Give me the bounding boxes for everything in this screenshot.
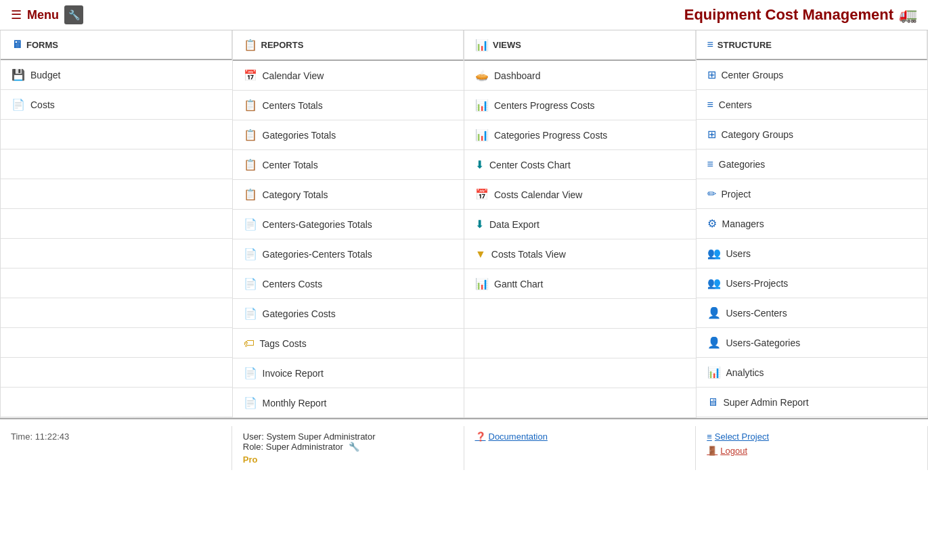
center-groups-icon: ⊞ bbox=[707, 68, 716, 81]
analytics-icon: 📊 bbox=[707, 366, 721, 379]
nav-gategories-centers-totals[interactable]: 📄 Gategories-Centers Totals bbox=[233, 239, 464, 269]
empty-row bbox=[1, 149, 232, 179]
nav-category-groups[interactable]: ⊞ Category Groups bbox=[697, 120, 928, 149]
nav-tags-costs[interactable]: 🏷 Tags Costs bbox=[233, 329, 464, 358]
forms-column-header: 🖥 FORMS bbox=[1, 30, 232, 60]
users-centers-icon: 👤 bbox=[707, 306, 721, 319]
nav-project[interactable]: ✏ Project bbox=[697, 179, 928, 209]
costs-label: Costs bbox=[30, 99, 55, 110]
empty-row bbox=[1, 388, 232, 417]
empty-row bbox=[1, 209, 232, 239]
centers-icon: ≡ bbox=[707, 99, 713, 111]
users-projects-icon: 👥 bbox=[707, 277, 721, 289]
footer: Time: 11:22:43 User: System Super Admini… bbox=[0, 418, 928, 477]
tags-costs-icon: 🏷 bbox=[244, 337, 255, 350]
empty-row bbox=[464, 299, 696, 329]
nav-category-totals[interactable]: 📋 Category Totals bbox=[233, 180, 464, 210]
app-title: Equipment Cost Management 🚛 bbox=[684, 6, 917, 24]
select-project-link[interactable]: ≡ Select Project bbox=[707, 431, 916, 442]
views-header-icon: 📊 bbox=[475, 39, 489, 51]
empty-row bbox=[1, 269, 232, 298]
nav-categories-progress-costs[interactable]: 📊 Categories Progress Costs bbox=[464, 120, 696, 150]
reports-column-header: 📋 REPORTS bbox=[233, 30, 464, 61]
empty-row bbox=[1, 120, 232, 149]
empty-row bbox=[1, 328, 232, 358]
cg-totals-icon: 📄 bbox=[244, 218, 257, 231]
menu-label[interactable]: Menu bbox=[27, 8, 59, 22]
gategories-icon: ≡ bbox=[707, 158, 713, 170]
forms-header-label: FORMS bbox=[26, 40, 58, 50]
nav-data-export[interactable]: ⬇ Data Export bbox=[464, 210, 696, 239]
nav-managers[interactable]: ⚙ Managers bbox=[697, 209, 928, 239]
empty-row bbox=[464, 358, 696, 388]
super-admin-report-icon: 🖥 bbox=[707, 396, 718, 409]
forms-column: 🖥 FORMS 💾 Budget 📄 Costs bbox=[1, 30, 233, 418]
nav-centers-costs[interactable]: 📄 Centers Costs bbox=[233, 269, 464, 299]
empty-row bbox=[1, 179, 232, 209]
nav-users[interactable]: 👥 Users bbox=[697, 239, 928, 269]
nav-costs-calendar-view[interactable]: 📅 Costs Calendar View bbox=[464, 180, 696, 210]
nav-costs[interactable]: 📄 Costs bbox=[1, 90, 232, 120]
nav-centers-progress-costs[interactable]: 📊 Centers Progress Costs bbox=[464, 91, 696, 120]
budget-icon: 💾 bbox=[12, 68, 25, 81]
nav-centers-totals[interactable]: 📋 Centers Totals bbox=[233, 91, 464, 120]
data-export-icon: ⬇ bbox=[475, 218, 484, 231]
nav-monthly-report[interactable]: 📄 Monthly Report bbox=[233, 388, 464, 418]
documentation-link[interactable]: ❓ Documentation bbox=[475, 431, 685, 442]
nav-users-centers[interactable]: 👤 Users-Centers bbox=[697, 298, 928, 328]
empty-row bbox=[464, 329, 696, 358]
categories-progress-icon: 📊 bbox=[475, 129, 489, 141]
truck-icon: 🚛 bbox=[899, 6, 917, 24]
costs-totals-view-icon: ▼ bbox=[475, 248, 486, 260]
nav-analytics[interactable]: 📊 Analytics bbox=[697, 358, 928, 388]
nav-centers[interactable]: ≡ Centers bbox=[697, 90, 928, 120]
views-column-header: 📊 VIEWS bbox=[464, 30, 696, 61]
empty-row bbox=[464, 388, 696, 418]
nav-users-gategories[interactable]: 👤 Users-Gategories bbox=[697, 328, 928, 358]
users-icon: 👥 bbox=[707, 247, 721, 260]
users-gategories-icon: 👤 bbox=[707, 336, 721, 349]
nav-gategories[interactable]: ≡ Gategories bbox=[697, 149, 928, 179]
menu-hamburger-icon: ☰ bbox=[11, 7, 22, 22]
header-left: ☰ Menu 🔧 bbox=[11, 5, 83, 24]
wrench-icon[interactable]: 🔧 bbox=[64, 5, 83, 24]
nav-centers-gategories-totals[interactable]: 📄 Centers-Gategories Totals bbox=[233, 210, 464, 239]
nav-center-costs-chart[interactable]: ⬇ Center Costs Chart bbox=[464, 150, 696, 180]
forms-header-icon: 🖥 bbox=[12, 39, 22, 51]
managers-icon: ⚙ bbox=[707, 217, 717, 230]
monthly-report-icon: 📄 bbox=[244, 396, 257, 409]
footer-actions: ≡ Select Project 🚪 Logout bbox=[696, 426, 928, 470]
nav-super-admin-report[interactable]: 🖥 Super Admin Report bbox=[697, 388, 928, 417]
nav-center-totals[interactable]: 📋 Center Totals bbox=[233, 150, 464, 180]
empty-row bbox=[1, 298, 232, 328]
nav-budget[interactable]: 💾 Budget bbox=[1, 60, 232, 90]
footer-user-info: User: System Super Administrator Role: S… bbox=[232, 426, 464, 470]
nav-center-groups[interactable]: ⊞ Center Groups bbox=[697, 60, 928, 90]
nav-calendar-view[interactable]: 📅 Calendar View bbox=[233, 61, 464, 91]
centers-progress-icon: 📊 bbox=[475, 99, 489, 112]
role-icon: 🔧 bbox=[349, 442, 359, 452]
empty-row bbox=[1, 358, 232, 388]
invoice-report-icon: 📄 bbox=[244, 367, 257, 379]
nav-users-projects[interactable]: 👥 Users-Projects bbox=[697, 269, 928, 298]
views-column: 📊 VIEWS 🥧 Dashboard 📊 Centers Progress C… bbox=[464, 30, 697, 418]
gategories-totals-icon: 📋 bbox=[244, 129, 257, 141]
pro-label: Pro bbox=[243, 454, 453, 465]
structure-header-icon: ≡ bbox=[707, 39, 713, 51]
nav-dashboard[interactable]: 🥧 Dashboard bbox=[464, 61, 696, 91]
reports-header-icon: 📋 bbox=[244, 39, 257, 51]
costs-icon: 📄 bbox=[12, 98, 25, 111]
nav-gategories-totals[interactable]: 📋 Gategories Totals bbox=[233, 120, 464, 150]
center-totals-icon: 📋 bbox=[244, 158, 257, 171]
nav-costs-totals-view[interactable]: ▼ Costs Totals View bbox=[464, 239, 696, 269]
center-costs-chart-icon: ⬇ bbox=[475, 158, 484, 171]
structure-column: ≡ STRUCTURE ⊞ Center Groups ≡ Centers ⊞ … bbox=[697, 30, 929, 418]
nav-gantt-chart[interactable]: 📊 Gantt Chart bbox=[464, 269, 696, 299]
project-icon: ✏ bbox=[707, 187, 716, 200]
nav-invoice-report[interactable]: 📄 Invoice Report bbox=[233, 358, 464, 388]
main-navigation: 🖥 FORMS 💾 Budget 📄 Costs 📋 REPORTS 📅 bbox=[0, 30, 928, 418]
nav-gategories-costs[interactable]: 📄 Gategories Costs bbox=[233, 299, 464, 329]
centers-totals-icon: 📋 bbox=[244, 99, 257, 112]
app-title-text: Equipment Cost Management bbox=[684, 6, 893, 24]
logout-link[interactable]: 🚪 Logout bbox=[707, 446, 916, 456]
